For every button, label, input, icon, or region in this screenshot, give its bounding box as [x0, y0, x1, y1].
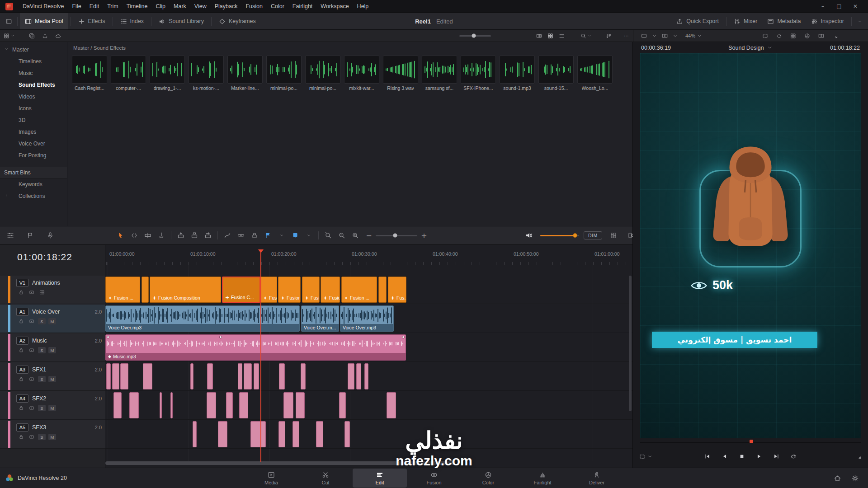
timeline-clip-fusion[interactable]: Fusio... [321, 277, 340, 303]
clone-tool-icon[interactable] [29, 33, 35, 39]
clip-thumbnail[interactable] [266, 56, 302, 84]
auto-select-icon[interactable] [28, 434, 35, 440]
mute-button[interactable]: M [48, 434, 56, 440]
menu-mark[interactable]: Mark [170, 0, 190, 13]
timeline-clip-music[interactable]: Music.mp3 [105, 334, 406, 361]
page-tab-fusion[interactable]: Fusion [407, 469, 461, 488]
page-tab-color[interactable]: Color [461, 469, 515, 488]
timeline-clip-sfx[interactable] [226, 392, 233, 418]
replace-clip-button[interactable] [201, 229, 215, 242]
media-clip[interactable]: mixkit-war... [344, 56, 379, 91]
bin-3d[interactable]: 3D [0, 114, 67, 126]
timeline-clip-sfx[interactable] [239, 392, 248, 418]
curve-editor-icon[interactable] [221, 229, 234, 242]
timeline-clip-sfx[interactable] [160, 392, 162, 418]
insert-clip-button[interactable] [174, 229, 188, 242]
chevron-down-icon[interactable] [275, 229, 288, 242]
timeline-clip-fusion[interactable] [142, 277, 149, 303]
menu-fairlight[interactable]: Fairlight [288, 0, 316, 13]
timeline-clip-sfx[interactable] [292, 421, 299, 447]
timeline-clip-sfx[interactable] [106, 363, 111, 389]
clip-thumbnail[interactable] [422, 56, 457, 84]
timeline-clip-sfx[interactable] [143, 363, 152, 389]
trim-edit-tool[interactable] [127, 229, 141, 242]
panel-toggle-button[interactable] [3, 13, 15, 29]
clip-thumbnail[interactable] [344, 56, 379, 84]
timeline-clip-sfx[interactable] [301, 363, 306, 389]
timeline-clip-sfx[interactable] [278, 421, 285, 447]
clip-thumbnail[interactable] [461, 56, 496, 84]
audio-meter-icon[interactable] [607, 229, 620, 242]
zoom-full-extent-icon[interactable] [321, 229, 335, 242]
dual-viewer-icon[interactable] [662, 33, 668, 39]
track-lane-A1[interactable]: Voice Over.mp3Voice Over.m...Voice Over.… [105, 305, 632, 333]
media-clip[interactable]: Marker-line... [227, 56, 263, 91]
bin-voice-over[interactable]: Voice Over [0, 138, 67, 150]
razor-tool[interactable] [155, 229, 168, 242]
clip-thumbnail[interactable] [577, 56, 613, 84]
bin-icons[interactable]: Icons [0, 103, 67, 114]
timeline-clip-sfx[interactable] [244, 363, 252, 389]
clip-thumbnail[interactable] [383, 56, 418, 84]
track-lane-A2[interactable]: Music.mp3 [105, 333, 632, 362]
media-pool-layout-icon[interactable] [4, 33, 9, 39]
speaker-icon[interactable] [522, 229, 536, 242]
track-badge[interactable]: A2 [16, 337, 28, 345]
metadata-button[interactable]: Metadata [762, 13, 806, 29]
media-clip[interactable]: samsung sf... [422, 56, 457, 91]
track-lock-icon[interactable] [17, 289, 25, 296]
media-clip[interactable]: sound-15... [538, 56, 574, 91]
bypass-grades-icon[interactable] [804, 33, 810, 39]
track-lock-icon[interactable] [17, 347, 25, 353]
timeline-clip-sfx[interactable] [238, 363, 242, 389]
voiceover-mic-icon[interactable] [43, 229, 57, 242]
timeline-clip-sfx[interactable] [193, 421, 197, 447]
media-clip[interactable]: Rising 3.wav [383, 56, 418, 91]
solo-button[interactable]: S [38, 376, 46, 382]
menu-view[interactable]: View [190, 0, 211, 13]
auto-select-icon[interactable] [28, 376, 35, 382]
track-badge[interactable]: A4 [16, 394, 28, 403]
single-viewer-icon[interactable] [641, 33, 647, 39]
viewer-timeline-dropdown[interactable]: Sound Design [728, 45, 773, 51]
timeline-clip-sfx[interactable] [283, 392, 293, 418]
timeline-clip-voiceover[interactable]: Voice Over.mp3 [105, 305, 300, 332]
chevron-down-icon[interactable] [302, 229, 316, 242]
timeline-clip-sfx[interactable] [120, 363, 128, 389]
timeline-clip-fusion[interactable]: Fus... [388, 277, 406, 303]
timeline-clip-sfx[interactable] [348, 363, 354, 389]
effects-button[interactable]: Effects [73, 13, 110, 29]
page-tab-deliver[interactable]: Deliver [570, 469, 624, 488]
page-tab-edit[interactable]: Edit [353, 469, 407, 488]
marker-button[interactable] [288, 229, 302, 242]
quick-export-button[interactable]: Quick Export [671, 13, 724, 29]
filmstrip-view-icon[interactable] [536, 33, 542, 39]
track-lane-A5[interactable] [105, 420, 632, 449]
timeline-clip-fusion[interactable]: Fusion ... [341, 277, 377, 303]
selection-tool[interactable] [114, 229, 127, 242]
zoom-out-button[interactable]: − [362, 229, 376, 242]
track-lane-V1[interactable]: Fusion ...Fusion CompositionFusion C...F… [105, 276, 632, 304]
search-icon[interactable] [580, 33, 586, 39]
home-icon[interactable] [834, 474, 841, 482]
menu-timeline[interactable]: Timeline [123, 0, 152, 13]
gear-icon[interactable] [851, 474, 859, 482]
menu-playback[interactable]: Playback [211, 0, 242, 13]
menu-fusion[interactable]: Fusion [241, 0, 267, 13]
bin-sound-effects[interactable]: Sound Effects [0, 79, 67, 91]
timeline-clip-sfx[interactable] [190, 363, 193, 389]
monitor-volume-slider[interactable] [540, 235, 579, 236]
overwrite-clip-button[interactable] [188, 229, 201, 242]
timeline-view-options-icon[interactable] [4, 229, 17, 242]
bin-for-posting[interactable]: For Posting [0, 150, 67, 161]
solo-button[interactable]: S [38, 347, 46, 353]
timeline-clip-voiceover[interactable]: Voice Over.m... [301, 305, 339, 332]
media-clip[interactable]: drawing_1-... [150, 56, 185, 91]
media-clip[interactable]: Cash Regist... [72, 56, 107, 91]
zoom-in-button[interactable]: + [417, 229, 431, 242]
menu-help[interactable]: Help [353, 0, 373, 13]
menu-trim[interactable]: Trim [103, 0, 123, 13]
page-tab-media[interactable]: Media [244, 469, 298, 488]
play-button[interactable] [754, 451, 764, 461]
media-clip[interactable]: minimal-po... [266, 56, 302, 91]
